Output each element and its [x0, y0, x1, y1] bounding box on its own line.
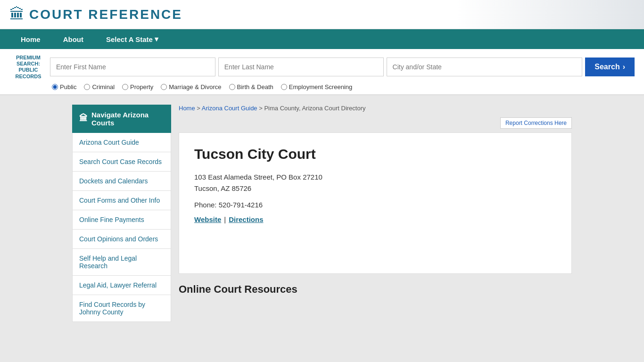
sidebar-item-search-court-case-records[interactable]: Search Court Case Records: [72, 152, 171, 172]
nav-about[interactable]: About: [52, 29, 95, 49]
sidebar-item-online-fine-payments[interactable]: Online Fine Payments: [72, 210, 171, 230]
breadcrumb: Home > Arizona Court Guide > Pima County…: [179, 105, 572, 112]
breadcrumb-sep1: >: [197, 105, 202, 112]
breadcrumb-state-guide[interactable]: Arizona Court Guide: [202, 105, 257, 112]
sidebar-header-title: Navigate Arizona Courts: [91, 111, 164, 127]
sidebar-item-dockets-calendars[interactable]: Dockets and Calendars: [72, 172, 171, 191]
search-arrow-icon: ›: [623, 63, 625, 71]
dropdown-arrow-icon: ▾: [155, 35, 158, 43]
radio-property[interactable]: Property: [122, 83, 153, 90]
sidebar-item-az-court-guide[interactable]: Arizona Court Guide: [72, 133, 171, 152]
content-area: Home > Arizona Court Guide > Pima County…: [179, 105, 572, 322]
court-website-link[interactable]: Website: [194, 215, 221, 223]
header-background: [455, 0, 644, 29]
sidebar-item-legal-aid[interactable]: Legal Aid, Lawyer Referral: [72, 276, 171, 295]
nav-home[interactable]: Home: [9, 29, 52, 49]
radio-employment-screening[interactable]: Employment Screening: [281, 83, 352, 90]
radio-public[interactable]: Public: [52, 83, 76, 90]
report-corrections-container: Report Corrections Here: [179, 117, 572, 129]
court-phone-number: 520-791-4216: [219, 201, 263, 209]
sidebar: 🏛 Navigate Arizona Courts Arizona Court …: [72, 105, 171, 322]
sidebar-item-self-help[interactable]: Self Help and Legal Research: [72, 249, 171, 276]
main-content: 🏛 Navigate Arizona Courts Arizona Court …: [63, 95, 581, 331]
breadcrumb-home[interactable]: Home: [179, 105, 195, 112]
court-address-line1: 103 East Alameda Street, PO Box 27210: [194, 172, 556, 183]
search-button[interactable]: Search ›: [585, 58, 635, 76]
court-card: Tucson City Court 103 East Alameda Stree…: [179, 132, 572, 274]
logo-icon: 🏛: [9, 6, 25, 23]
breadcrumb-sep2: >: [259, 105, 264, 112]
radio-birth-death[interactable]: Birth & Death: [229, 83, 273, 90]
court-phone: Phone: 520-791-4216: [194, 201, 556, 209]
search-bar: PREMIUM SEARCH: PUBLIC RECORDS Search › …: [0, 49, 644, 95]
radio-criminal[interactable]: Criminal: [84, 83, 115, 90]
sidebar-pillar-icon: 🏛: [79, 114, 88, 123]
radio-marriage-divorce[interactable]: Marriage & Divorce: [161, 83, 221, 90]
sidebar-item-court-forms[interactable]: Court Forms and Other Info: [72, 191, 171, 210]
breadcrumb-current: Pima County, Arizona Court Directory: [264, 105, 365, 112]
court-phone-label: Phone:: [194, 201, 217, 209]
court-directions-link[interactable]: Directions: [229, 215, 263, 223]
page-header: 🏛 COURT REFERENCE: [0, 0, 644, 29]
court-address: 103 East Alameda Street, PO Box 27210 Tu…: [194, 172, 556, 194]
sidebar-item-court-opinions[interactable]: Court Opinions and Orders: [72, 230, 171, 249]
city-state-input[interactable]: [387, 58, 583, 76]
nav-select-state[interactable]: Select A State ▾: [95, 29, 170, 49]
court-links: Website | Directions: [194, 215, 556, 223]
navbar: Home About Select A State ▾: [0, 29, 644, 49]
search-radio-group: Public Criminal Property Marriage & Divo…: [52, 83, 635, 90]
logo: 🏛 COURT REFERENCE: [9, 6, 182, 23]
sidebar-header: 🏛 Navigate Arizona Courts: [72, 105, 171, 133]
first-name-input[interactable]: [50, 58, 215, 76]
court-address-line2: Tucson, AZ 85726: [194, 183, 556, 194]
links-separator: |: [224, 215, 226, 223]
court-name: Tucson City Court: [194, 146, 556, 162]
logo-text: COURT REFERENCE: [29, 7, 182, 22]
report-corrections-button[interactable]: Report Corrections Here: [500, 117, 572, 129]
premium-label: PREMIUM SEARCH: PUBLIC RECORDS: [9, 55, 47, 80]
last-name-input[interactable]: [218, 58, 384, 76]
online-resources-title: Online Court Resources: [179, 283, 572, 296]
sidebar-item-find-court-records[interactable]: Find Court Records by Johnny County: [72, 295, 171, 322]
